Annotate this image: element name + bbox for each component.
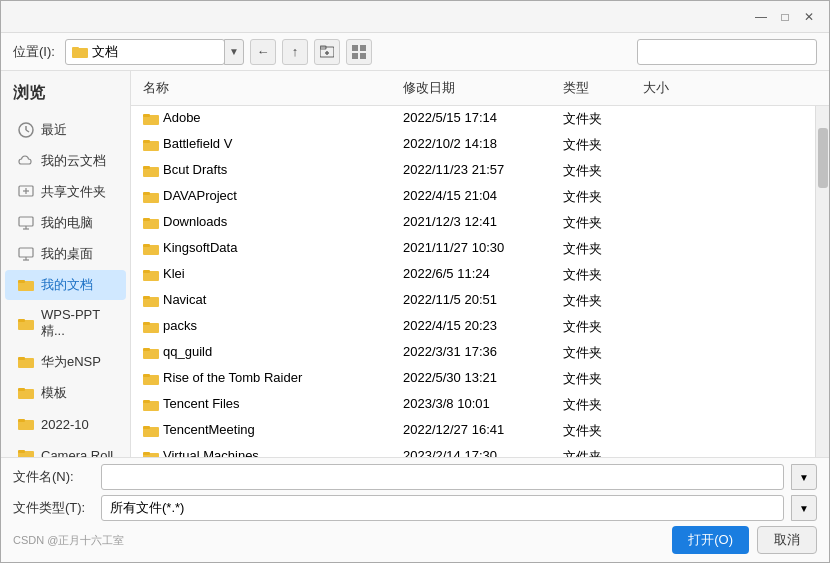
svg-rect-53 bbox=[143, 348, 150, 351]
sidebar-item-mydoc[interactable]: 我的文档 bbox=[5, 270, 126, 300]
table-row[interactable]: Bcut Drafts2022/11/23 21:57文件夹 bbox=[131, 158, 815, 184]
sidebar-icon-pc bbox=[17, 214, 35, 232]
sidebar-item-desktop[interactable]: 我的桌面 bbox=[5, 239, 126, 269]
table-row[interactable]: Tencent Files2023/3/8 10:01文件夹 bbox=[131, 392, 815, 418]
table-row[interactable]: KingsoftData2021/11/27 10:30文件夹 bbox=[131, 236, 815, 262]
filename-dropdown-btn[interactable]: ▼ bbox=[791, 464, 817, 490]
sidebar-icon-huawei-ensp bbox=[17, 353, 35, 371]
table-row[interactable]: Virtual Machines2023/2/14 17:30文件夹 bbox=[131, 444, 815, 457]
sidebar-title: 浏览 bbox=[1, 79, 130, 114]
sidebar-item-template[interactable]: 模板 bbox=[5, 378, 126, 408]
sidebar-item-wps-ppt[interactable]: WPS-PPT精... bbox=[5, 301, 126, 346]
nav-new-folder-btn[interactable] bbox=[314, 39, 340, 65]
filetype-input[interactable] bbox=[101, 495, 784, 521]
file-date: 2022/6/5 11:24 bbox=[399, 262, 559, 288]
col-name[interactable]: 名称 bbox=[139, 75, 399, 101]
sidebar-label-2022-10: 2022-10 bbox=[41, 417, 89, 432]
svg-rect-1 bbox=[72, 47, 79, 50]
file-size bbox=[639, 366, 719, 392]
main-area: 浏览 最近我的云文档共享文件夹我的电脑我的桌面我的文档WPS-PPT精...华为… bbox=[1, 71, 829, 457]
location-value: 文档 bbox=[92, 43, 118, 61]
file-size bbox=[639, 132, 719, 158]
sidebar-label-wps-ppt: WPS-PPT精... bbox=[41, 307, 114, 340]
file-date: 2022/5/30 13:21 bbox=[399, 366, 559, 392]
table-row[interactable]: qq_guild2022/3/31 17:36文件夹 bbox=[131, 340, 815, 366]
svg-rect-61 bbox=[143, 452, 150, 455]
scrollbar-track[interactable] bbox=[815, 106, 829, 457]
file-list: Adobe2022/5/15 17:14文件夹Battlefield V2022… bbox=[131, 106, 815, 457]
sidebar-item-huawei-ensp[interactable]: 华为eNSP bbox=[5, 347, 126, 377]
filetype-dropdown-btn[interactable]: ▼ bbox=[791, 495, 817, 521]
table-row[interactable]: DAVAProject2022/4/15 21:04文件夹 bbox=[131, 184, 815, 210]
file-name: Navicat bbox=[139, 288, 399, 314]
sidebar-icon-recent bbox=[17, 121, 35, 139]
col-date[interactable]: 修改日期 bbox=[399, 75, 559, 101]
svg-rect-49 bbox=[143, 296, 150, 299]
sidebar-icon-share bbox=[17, 183, 35, 201]
new-folder-icon bbox=[320, 45, 334, 59]
col-size[interactable]: 大小 bbox=[639, 75, 719, 101]
open-button[interactable]: 打开(O) bbox=[672, 526, 749, 554]
sidebar-item-pc[interactable]: 我的电脑 bbox=[5, 208, 126, 238]
svg-rect-9 bbox=[360, 53, 366, 59]
svg-rect-25 bbox=[18, 319, 25, 322]
table-row[interactable]: packs2022/4/15 20:23文件夹 bbox=[131, 314, 815, 340]
sidebar-item-camera-roll[interactable]: Camera Roll bbox=[5, 440, 126, 457]
sidebar-item-cloud[interactable]: 我的云文档 bbox=[5, 146, 126, 176]
table-row[interactable]: TencentMeeting2022/12/27 16:41文件夹 bbox=[131, 418, 815, 444]
svg-rect-39 bbox=[143, 166, 150, 169]
sidebar-item-2022-10[interactable]: 2022-10 bbox=[5, 409, 126, 439]
toolbar: 位置(I): 文档 ▼ ← ↑ bbox=[1, 33, 829, 71]
file-date: 2022/4/15 20:23 bbox=[399, 314, 559, 340]
col-type[interactable]: 类型 bbox=[559, 75, 639, 101]
file-date: 2022/5/15 17:14 bbox=[399, 106, 559, 132]
location-dropdown-btn[interactable]: ▼ bbox=[224, 39, 244, 65]
cancel-button[interactable]: 取消 bbox=[757, 526, 817, 554]
file-type: 文件夹 bbox=[559, 340, 639, 366]
nav-up-btn[interactable]: ↑ bbox=[282, 39, 308, 65]
close-button[interactable]: ✕ bbox=[797, 5, 821, 29]
table-row[interactable]: Rise of the Tomb Raider2022/5/30 13:21文件… bbox=[131, 366, 815, 392]
file-date: 2021/11/27 10:30 bbox=[399, 236, 559, 262]
scrollbar-thumb[interactable] bbox=[818, 128, 828, 188]
file-date: 2022/12/27 16:41 bbox=[399, 418, 559, 444]
table-row[interactable]: Navicat2022/11/5 20:51文件夹 bbox=[131, 288, 815, 314]
table-row[interactable]: Battlefield V2022/10/2 14:18文件夹 bbox=[131, 132, 815, 158]
sidebar-label-mydoc: 我的文档 bbox=[41, 276, 93, 294]
sidebar-icon-wps-ppt bbox=[17, 315, 35, 333]
view-toggle-btn[interactable] bbox=[346, 39, 372, 65]
file-date: 2022/10/2 14:18 bbox=[399, 132, 559, 158]
file-name: Rise of the Tomb Raider bbox=[139, 366, 399, 392]
file-type: 文件夹 bbox=[559, 262, 639, 288]
file-type: 文件夹 bbox=[559, 418, 639, 444]
file-size bbox=[639, 210, 719, 236]
file-name: TencentMeeting bbox=[139, 418, 399, 444]
file-name: Klei bbox=[139, 262, 399, 288]
svg-rect-43 bbox=[143, 218, 150, 221]
sidebar-icon-mydoc bbox=[17, 276, 35, 294]
sidebar-icon-template bbox=[17, 384, 35, 402]
svg-rect-55 bbox=[143, 374, 150, 377]
sidebar-label-recent: 最近 bbox=[41, 121, 67, 139]
location-input[interactable]: 文档 bbox=[65, 39, 225, 65]
search-input[interactable] bbox=[637, 39, 817, 65]
file-size bbox=[639, 418, 719, 444]
table-row[interactable]: Klei2022/6/5 11:24文件夹 bbox=[131, 262, 815, 288]
file-type: 文件夹 bbox=[559, 236, 639, 262]
file-type: 文件夹 bbox=[559, 184, 639, 210]
location-label: 位置(I): bbox=[13, 43, 55, 61]
filename-input[interactable] bbox=[101, 464, 784, 490]
file-type: 文件夹 bbox=[559, 314, 639, 340]
nav-back-btn[interactable]: ← bbox=[250, 39, 276, 65]
svg-rect-23 bbox=[18, 280, 25, 283]
file-name: Bcut Drafts bbox=[139, 158, 399, 184]
sidebar-icon-cloud bbox=[17, 152, 35, 170]
minimize-button[interactable]: — bbox=[749, 5, 773, 29]
file-date: 2023/3/8 10:01 bbox=[399, 392, 559, 418]
sidebar-item-recent[interactable]: 最近 bbox=[5, 115, 126, 145]
table-row[interactable]: Adobe2022/5/15 17:14文件夹 bbox=[131, 106, 815, 132]
table-row[interactable]: Downloads2021/12/3 12:41文件夹 bbox=[131, 210, 815, 236]
sidebar-item-share[interactable]: 共享文件夹 bbox=[5, 177, 126, 207]
folder-icon bbox=[72, 45, 88, 59]
maximize-button[interactable]: □ bbox=[773, 5, 797, 29]
